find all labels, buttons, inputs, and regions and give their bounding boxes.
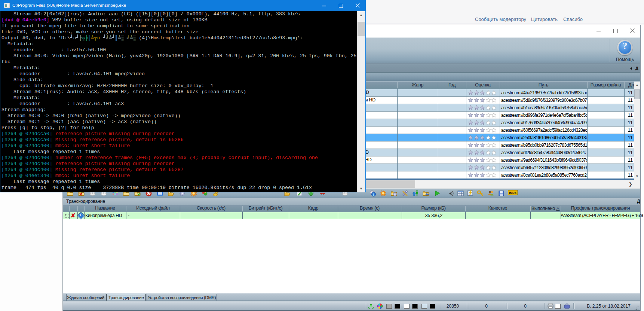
svg-text:!: ! xyxy=(373,193,374,196)
svg-text:IMDb: IMDb xyxy=(509,191,516,195)
